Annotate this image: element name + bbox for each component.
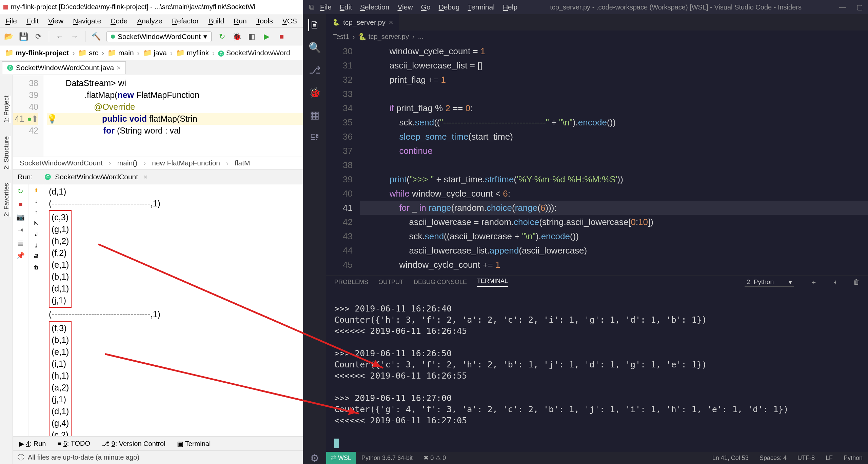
panel-tab-terminal[interactable]: TERMINAL: [477, 278, 508, 287]
menu-edit[interactable]: Edit: [26, 17, 39, 25]
crumb-item[interactable]: new FlatMapFunction: [152, 159, 220, 167]
terminal-selector[interactable]: 2: Python: [745, 278, 794, 287]
trash-icon[interactable]: 🗑: [853, 278, 860, 286]
panel-tab-output[interactable]: OUTPUT: [378, 279, 403, 286]
panel-tab-problems[interactable]: PROBLEMS: [334, 279, 368, 286]
crumb-item[interactable]: SocketWindowWordCount: [20, 159, 103, 167]
bread-java[interactable]: 📁 java: [143, 49, 167, 57]
split-icon[interactable]: ⫞: [833, 278, 837, 286]
bread-src[interactable]: 📁 src: [78, 49, 98, 57]
run-icon[interactable]: ↻: [218, 32, 226, 41]
search-icon[interactable]: 🔍: [309, 41, 321, 54]
panel-tab-debug-console[interactable]: DEBUG CONSOLE: [414, 279, 467, 286]
pin-icon[interactable]: 📌: [17, 251, 25, 260]
crumb-item[interactable]: flatM: [235, 159, 250, 167]
status-spaces[interactable]: Spaces: 4: [754, 455, 792, 462]
menu-go[interactable]: Go: [421, 3, 431, 11]
layout-icon[interactable]: ▤: [17, 239, 25, 247]
down-icon[interactable]: ↓: [35, 198, 38, 204]
bread-item[interactable]: ...: [418, 33, 424, 41]
minimize-icon[interactable]: —: [834, 3, 851, 11]
ij-source[interactable]: DataStream> wi .flatMap(new FlatMapFunct…: [43, 75, 303, 157]
run-config-combo[interactable]: SocketWindowWordCount ▾: [106, 31, 212, 42]
status-python[interactable]: Python 3.6.7 64-bit: [356, 455, 418, 462]
maximize-icon[interactable]: ▢: [851, 3, 868, 11]
wrap-icon[interactable]: ↲: [34, 231, 38, 238]
vs-editor[interactable]: 30313233343536373839404142434445 window_…: [326, 43, 868, 276]
status-problems[interactable]: ✖ 0 ⚠ 0: [418, 454, 451, 462]
trash-icon[interactable]: 🗑: [34, 264, 39, 270]
side-tab[interactable]: 2: Structure: [3, 136, 10, 169]
ij-editor[interactable]: 38394041 ⬆42 DataStream> wi .flatMap(new…: [13, 75, 303, 157]
coverage-icon[interactable]: ◧: [248, 32, 256, 41]
menu-run[interactable]: Run: [234, 17, 247, 25]
bread-my-flink-project[interactable]: 📁 my-flink-project: [5, 49, 69, 57]
menu-build[interactable]: Build: [208, 17, 224, 25]
up-icon[interactable]: ⬆: [34, 187, 38, 194]
vcs-tab[interactable]: ⎇ 9: Version Control: [102, 440, 165, 448]
bread-main[interactable]: 📁 main: [107, 49, 134, 57]
forward-icon[interactable]: →: [70, 32, 79, 41]
status-encoding[interactable]: UTF-8: [792, 455, 820, 462]
crumb-item[interactable]: main(): [117, 159, 138, 167]
print-icon[interactable]: 🖶: [34, 254, 39, 260]
close-icon[interactable]: ×: [389, 18, 393, 26]
bread-item[interactable]: Test1: [333, 33, 349, 41]
menu-analyze[interactable]: Analyze: [137, 17, 162, 25]
menu-tools[interactable]: Tools: [256, 17, 273, 25]
status-position[interactable]: Ln 41, Col 53: [707, 455, 754, 462]
up2-icon[interactable]: ↑: [35, 209, 38, 215]
vs-breadcrumb[interactable]: Test1›🐍 tcp_server.py›...: [326, 31, 868, 43]
terminal-tab[interactable]: ▣ Terminal: [177, 440, 211, 448]
extensions-icon[interactable]: ▦: [309, 108, 321, 121]
vs-terminal[interactable]: >>> 2019-06-11 16:26:40 Counter({'h': 3,…: [326, 288, 868, 452]
menu-file[interactable]: File: [320, 3, 332, 11]
ij-run-output[interactable]: (d,1)(----------------------------------…: [44, 184, 303, 436]
menu-selection[interactable]: Selection: [360, 3, 389, 11]
side-tab[interactable]: 1: Project: [3, 96, 10, 123]
refresh-icon[interactable]: ⟳: [34, 32, 43, 41]
run-tab[interactable]: ▶ 4: Run: [19, 440, 46, 448]
menu-file[interactable]: File: [5, 17, 17, 25]
git-icon[interactable]: ⎇: [309, 64, 321, 76]
status-lang[interactable]: Python: [838, 455, 868, 462]
rerun-icon[interactable]: ↻: [17, 187, 25, 195]
menu-debug[interactable]: Debug: [439, 3, 460, 11]
todo-tab[interactable]: ≡ 6: TODO: [58, 440, 91, 447]
menu-help[interactable]: Help: [503, 3, 517, 11]
exit-icon[interactable]: ⇥: [17, 226, 25, 234]
build-icon[interactable]: 🔨: [92, 32, 100, 41]
save-icon[interactable]: 💾: [19, 32, 28, 41]
remote-icon[interactable]: 🖳: [309, 131, 321, 143]
scroll-icon[interactable]: ⤓: [34, 242, 38, 249]
side-tab[interactable]: 2: Favorites: [3, 183, 10, 217]
back-icon[interactable]: ←: [55, 32, 64, 41]
editor-tab[interactable]: 🐍 tcp_server.py ×: [326, 14, 399, 31]
open-icon[interactable]: 📂: [4, 32, 13, 41]
close-icon[interactable]: ×: [117, 64, 121, 72]
menu-refactor[interactable]: Refactor: [172, 17, 199, 25]
editor-tab[interactable]: C SocketWindowWordCount.java ×: [2, 61, 126, 74]
settings-icon[interactable]: ⚙: [309, 452, 321, 464]
menu-code[interactable]: Code: [111, 17, 127, 25]
menu-vcs[interactable]: VCS: [282, 17, 297, 25]
menu-view[interactable]: View: [48, 17, 63, 25]
export-icon[interactable]: ⇱: [34, 220, 38, 226]
menu-edit[interactable]: Edit: [340, 3, 352, 11]
play-icon[interactable]: ▶: [262, 32, 271, 41]
plus-icon[interactable]: ＋: [810, 278, 817, 287]
status-wsl[interactable]: ⇄WSL: [326, 452, 356, 464]
bread-myflink[interactable]: 📁 myflink: [176, 49, 209, 57]
bread-item[interactable]: 🐍 tcp_server.py: [358, 33, 409, 41]
debug-icon[interactable]: 🐞: [233, 32, 241, 41]
stop-icon[interactable]: ■: [17, 200, 25, 208]
status-eol[interactable]: LF: [820, 455, 838, 462]
explorer-icon[interactable]: 🗎: [308, 19, 320, 31]
debug-icon[interactable]: 🐞: [309, 86, 321, 98]
vs-source[interactable]: window_cycle_count = 1 ascii_lowercase_l…: [360, 43, 868, 276]
menu-terminal[interactable]: Terminal: [468, 3, 495, 11]
bread-SocketWindowWord[interactable]: C SocketWindowWord: [218, 49, 290, 57]
stop-icon[interactable]: ■: [277, 32, 286, 41]
camera-icon[interactable]: 📷: [17, 213, 25, 221]
close-icon[interactable]: ×: [143, 173, 147, 181]
